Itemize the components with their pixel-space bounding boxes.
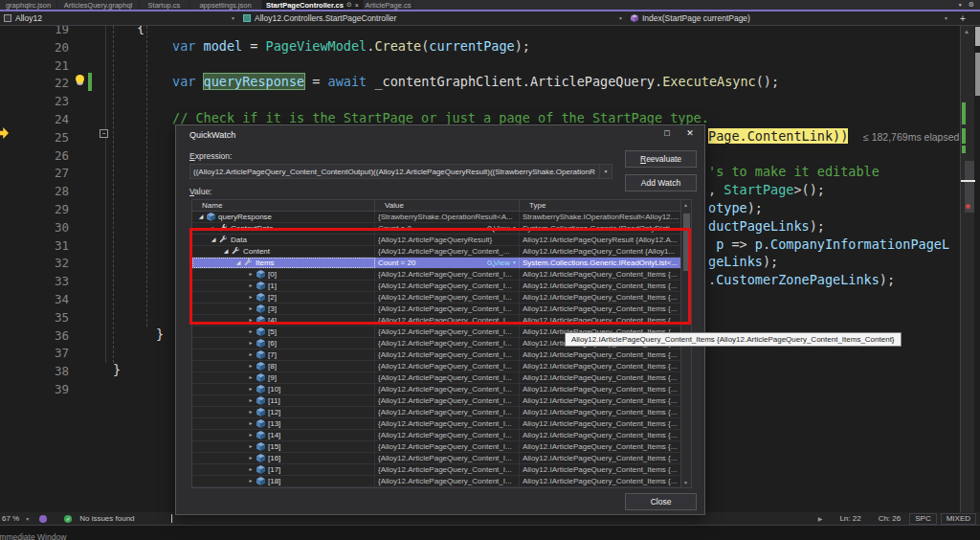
chevron-down-icon: ▼ [599,165,612,178]
scroll-up-icon[interactable]: ▲ [683,202,688,208]
add-view-button[interactable]: + [952,13,973,24]
column-header-type[interactable]: Type [520,200,682,212]
code-fragment: ductPageLinks); [708,218,825,236]
line-ending-indicator[interactable]: MIXED [941,513,976,525]
expander-closed-icon[interactable]: ▸ [247,453,255,463]
scroll-down-icon[interactable]: ▼ [683,480,688,485]
name-cell[interactable]: ▸[11] [192,395,375,406]
table-row-[10][interactable]: ▸[10]{Alloy12.ArticlePageQuery_Content_I… [192,384,691,395]
code-line[interactable]: var queryResponse = await _contentGraphC… [172,74,779,91]
gear-icon[interactable]: ⚙ [969,1,974,9]
member-dropdown[interactable]: Index(StartPage currentPage) ▼ [627,11,952,26]
tab-ArticlePage.cs[interactable]: ArticlePage.cs [364,0,413,10]
type-cell: StrawberryShake.IOperationResult<Alloy12… [520,212,682,222]
expander-closed-icon[interactable]: ▸ [247,372,255,383]
current-statement-breakpoint-icon[interactable] [0,127,9,139]
lightbulb-icon[interactable] [76,75,84,83]
panel-arrow-icon[interactable]: ▶ [810,515,832,522]
column-header-value[interactable]: Value [375,200,520,212]
table-row-[11][interactable]: ▸[11]{Alloy12.ArticlePageQuery_Content_I… [192,395,691,407]
expression-combobox[interactable]: ((Alloy12.ArticlePageQuery_Content_Conte… [189,164,612,179]
object-cube-icon [256,362,266,371]
tab-appsettings.json[interactable]: appsettings.json [189,0,262,10]
health-indicator[interactable]: No issues found [79,514,134,523]
code-fold-toggle[interactable]: − [100,129,108,138]
expander-closed-icon[interactable]: ▸ [247,384,255,394]
name-cell[interactable]: ▸[17] [192,464,375,475]
expander-closed-icon[interactable]: ▸ [247,338,255,349]
close-button[interactable]: Close [625,493,697,510]
name-cell[interactable]: ▸[7] [192,349,375,360]
tab-close-icon[interactable]: × [355,2,359,9]
code-line[interactable]: } [113,362,121,379]
feedback-icon[interactable] [39,515,47,523]
table-row-[9][interactable]: ▸[9]{Alloy12.ArticlePageQuery_Content_I.… [192,372,691,384]
table-row-[16][interactable]: ▸[16]{Alloy12.ArticlePageQuery_Content_I… [192,453,691,464]
table-row-[13][interactable]: ▸[13]{Alloy12.ArticlePageQuery_Content_I… [192,418,691,430]
maximize-icon[interactable]: □ [660,128,674,138]
expander-closed-icon[interactable]: ▸ [247,326,255,337]
name-cell[interactable]: ▸[15] [192,441,375,452]
tab-ArticlesQuery.graphql[interactable]: ArticlesQuery.graphql [57,0,140,10]
name-cell[interactable]: ◢queryResponse [192,212,375,222]
project-dropdown[interactable]: Alloy12 ▼ [0,11,239,26]
name-cell[interactable]: ▸[5] [192,326,375,337]
line-number: 39 [13,382,69,399]
tab-graphqlrc.json[interactable]: graphqlrc.json [0,0,57,10]
type-dropdown[interactable]: Alloy12.Controllers.StartPageController … [239,11,627,26]
code-fragment: , StartPage>(); [708,182,825,199]
name-cell[interactable]: ▸[14] [192,430,375,440]
value-cell: {Alloy12.ArticlePageQuery_Content_I... [375,464,520,475]
table-row-queryResponse[interactable]: ◢queryResponse{StrawberryShake.Operation… [192,212,691,223]
name-cell[interactable]: ▸[18] [192,476,375,486]
expander-closed-icon[interactable]: ▸ [247,395,255,406]
name-cell[interactable]: ▸[6] [192,338,375,349]
tab-overflow-dropdown-icon[interactable]: ▼ [958,2,963,8]
name-cell[interactable]: ▸[12] [192,407,375,417]
code-line[interactable]: var model = PageViewModel.Create(current… [172,38,530,56]
expander-closed-icon[interactable]: ▸ [247,430,255,440]
expander-closed-icon[interactable]: ▸ [247,418,255,429]
immediate-window-panel[interactable]: Immediate Window [0,525,980,540]
column-header-name[interactable]: Name [192,200,375,212]
expander-closed-icon[interactable]: ▸ [247,361,255,371]
tab-Startup.cs[interactable]: Startup.cs [140,0,189,10]
expander-closed-icon[interactable]: ▸ [247,349,255,360]
table-row-[7][interactable]: ▸[7]{Alloy12.ArticlePageQuery_Content_I.… [192,349,691,361]
expander-closed-icon[interactable]: ▸ [247,407,255,417]
tab-pin-icon[interactable]: ⊙ [346,1,352,9]
row-value: {Alloy12.ArticlePageQuery_Content_I... [378,441,512,452]
change-mark [962,128,966,144]
editor-scrollbar[interactable]: ▲ [960,26,974,512]
table-row-[14][interactable]: ▸[14]{Alloy12.ArticlePageQuery_Content_I… [192,430,691,441]
table-row-[15][interactable]: ▸[15]{Alloy12.ArticlePageQuery_Content_I… [192,441,691,453]
zoom-level[interactable]: 67 % [2,514,19,523]
value-cell: {Alloy12.ArticlePageQuery_Content_I... [375,395,520,406]
name-cell[interactable]: ▸[16] [192,453,375,463]
code-line[interactable]: } [156,326,164,344]
code-line[interactable]: { [137,26,145,37]
expander-closed-icon[interactable]: ▸ [247,464,255,475]
expander-closed-icon[interactable]: ▸ [247,476,255,486]
window-edge-fragment [975,27,980,46]
code-fragment: ≤ 182,769ms elapsed [863,128,959,146]
name-cell[interactable]: ▸[8] [192,361,375,371]
expander-open-icon[interactable]: ◢ [197,212,205,222]
table-row-[18][interactable]: ▸[18]{Alloy12.ArticlePageQuery_Content_I… [192,476,691,487]
name-cell[interactable]: ▸[13] [192,418,375,429]
close-icon[interactable]: ✕ [683,128,697,138]
name-cell[interactable]: ▸[9] [192,372,375,383]
line-number: 38 [13,364,69,381]
table-row-[12][interactable]: ▸[12]{Alloy12.ArticlePageQuery_Content_I… [192,407,691,418]
tab-StartPageController.cs[interactable]: StartPageController.cs⊙× [262,0,364,10]
chevron-down-icon[interactable]: ▼ [25,516,30,522]
reevaluate-button[interactable]: Reevaluate [625,150,697,168]
spaces-indicator[interactable]: SPC [909,513,936,525]
add-watch-button[interactable]: Add Watch [625,174,697,191]
table-row-[8][interactable]: ▸[8]{Alloy12.ArticlePageQuery_Content_I.… [192,361,691,372]
name-cell[interactable]: ▸[10] [192,384,375,394]
table-row-[17][interactable]: ▸[17]{Alloy12.ArticlePageQuery_Content_I… [192,464,691,476]
project-icon [4,14,11,22]
expander-closed-icon[interactable]: ▸ [247,441,255,452]
scroll-up-icon[interactable]: ▲ [964,29,969,34]
